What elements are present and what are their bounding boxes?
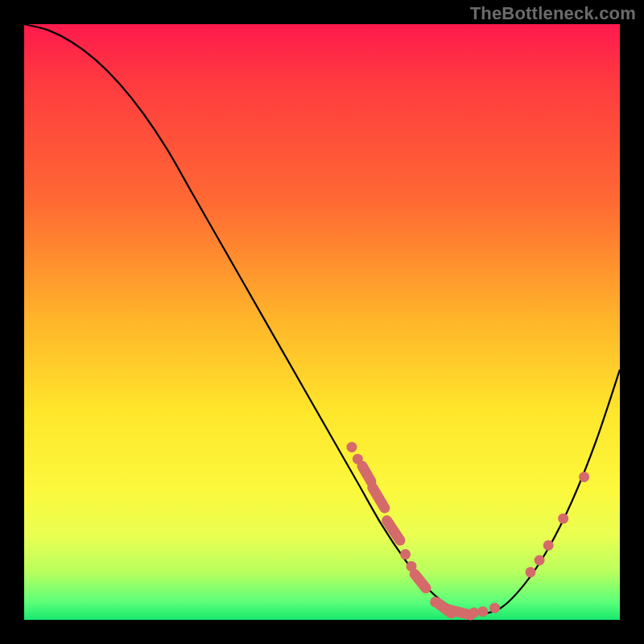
marker-dot xyxy=(469,608,479,618)
plot-area xyxy=(24,24,620,620)
marker-pill xyxy=(373,488,385,508)
chart-svg xyxy=(24,24,620,620)
marker-dot xyxy=(526,567,536,577)
marker-pill xyxy=(362,466,371,481)
marker-dot xyxy=(543,540,554,551)
marker-dot xyxy=(579,472,589,482)
chart-frame: TheBottleneck.com xyxy=(0,0,644,644)
marker-dot xyxy=(477,606,488,617)
marker-pill xyxy=(415,574,426,588)
marker-dot xyxy=(535,555,545,566)
bottleneck-curve xyxy=(24,24,620,614)
marker-pill xyxy=(448,609,471,615)
data-markers xyxy=(347,442,590,618)
marker-dot xyxy=(347,442,357,452)
marker-dot xyxy=(558,514,568,524)
marker-dot xyxy=(400,549,411,559)
watermark-text: TheBottleneck.com xyxy=(470,3,636,24)
marker-dot xyxy=(489,603,500,613)
